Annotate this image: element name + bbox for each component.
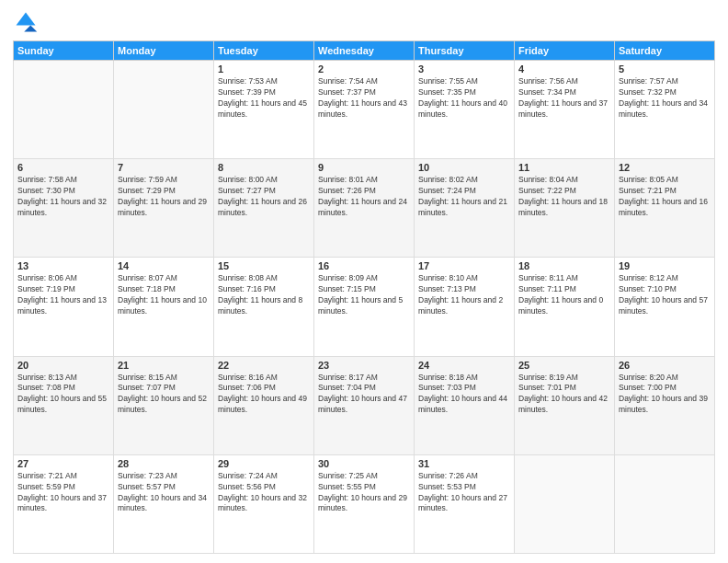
- day-number: 4: [518, 63, 610, 75]
- calendar-cell: 25Sunrise: 8:19 AM Sunset: 7:01 PM Dayli…: [515, 356, 615, 454]
- day-info: Sunrise: 8:12 AM Sunset: 7:10 PM Dayligh…: [619, 273, 711, 317]
- calendar-cell: 28Sunrise: 7:23 AM Sunset: 5:57 PM Dayli…: [114, 454, 214, 553]
- day-info: Sunrise: 8:18 AM Sunset: 7:03 PM Dayligh…: [418, 373, 510, 417]
- calendar-cell: 26Sunrise: 8:20 AM Sunset: 7:00 PM Dayli…: [615, 356, 715, 454]
- calendar-cell: 5Sunrise: 7:57 AM Sunset: 7:32 PM Daylig…: [615, 61, 715, 159]
- calendar-cell: 6Sunrise: 7:58 AM Sunset: 7:30 PM Daylig…: [14, 159, 114, 258]
- day-number: 19: [619, 260, 711, 271]
- day-number: 14: [118, 260, 210, 271]
- day-number: 18: [518, 260, 610, 271]
- day-number: 26: [619, 360, 711, 371]
- calendar-week-row: 13Sunrise: 8:06 AM Sunset: 7:19 PM Dayli…: [14, 258, 715, 356]
- day-info: Sunrise: 7:23 AM Sunset: 5:57 PM Dayligh…: [118, 471, 210, 515]
- header-wednesday: Wednesday: [314, 41, 415, 61]
- header-monday: Monday: [114, 41, 214, 61]
- day-info: Sunrise: 7:58 AM Sunset: 7:30 PM Dayligh…: [17, 175, 109, 219]
- calendar-cell: 22Sunrise: 8:16 AM Sunset: 7:06 PM Dayli…: [214, 356, 314, 454]
- calendar-cell: 11Sunrise: 8:04 AM Sunset: 7:22 PM Dayli…: [515, 159, 615, 258]
- day-info: Sunrise: 7:56 AM Sunset: 7:34 PM Dayligh…: [518, 76, 610, 121]
- calendar-cell: 17Sunrise: 8:10 AM Sunset: 7:13 PM Dayli…: [415, 258, 515, 356]
- day-number: 23: [318, 360, 410, 371]
- calendar-cell: 19Sunrise: 8:12 AM Sunset: 7:10 PM Dayli…: [615, 258, 715, 356]
- day-number: 31: [418, 458, 510, 469]
- calendar-header-row: Sunday Monday Tuesday Wednesday Thursday…: [14, 41, 715, 61]
- day-info: Sunrise: 8:11 AM Sunset: 7:11 PM Dayligh…: [518, 273, 610, 317]
- calendar-cell: 21Sunrise: 8:15 AM Sunset: 7:07 PM Dayli…: [114, 356, 214, 454]
- header-tuesday: Tuesday: [214, 41, 314, 61]
- day-number: 16: [318, 260, 410, 271]
- day-number: 25: [518, 360, 610, 371]
- calendar-cell: 8Sunrise: 8:00 AM Sunset: 7:27 PM Daylig…: [214, 159, 314, 258]
- day-number: 10: [418, 162, 510, 173]
- calendar-cell: [515, 454, 615, 553]
- header-saturday: Saturday: [615, 41, 715, 61]
- calendar-cell: [14, 61, 114, 159]
- day-number: 13: [17, 260, 109, 271]
- day-info: Sunrise: 8:02 AM Sunset: 7:24 PM Dayligh…: [418, 175, 510, 219]
- calendar-week-row: 1Sunrise: 7:53 AM Sunset: 7:39 PM Daylig…: [14, 61, 715, 159]
- day-number: 8: [218, 162, 310, 173]
- day-number: 15: [218, 260, 310, 271]
- calendar-cell: 29Sunrise: 7:24 AM Sunset: 5:56 PM Dayli…: [214, 454, 314, 553]
- calendar-cell: 15Sunrise: 8:08 AM Sunset: 7:16 PM Dayli…: [214, 258, 314, 356]
- header: [13, 9, 715, 35]
- calendar-cell: 9Sunrise: 8:01 AM Sunset: 7:26 PM Daylig…: [314, 159, 415, 258]
- day-info: Sunrise: 8:00 AM Sunset: 7:27 PM Dayligh…: [218, 175, 310, 219]
- day-number: 9: [318, 162, 410, 173]
- header-sunday: Sunday: [14, 41, 114, 61]
- day-info: Sunrise: 8:19 AM Sunset: 7:01 PM Dayligh…: [518, 373, 610, 417]
- header-thursday: Thursday: [415, 41, 515, 61]
- day-info: Sunrise: 8:08 AM Sunset: 7:16 PM Dayligh…: [218, 273, 310, 317]
- calendar-cell: [615, 454, 715, 553]
- day-number: 17: [418, 260, 510, 271]
- day-info: Sunrise: 8:05 AM Sunset: 7:21 PM Dayligh…: [619, 175, 711, 219]
- calendar-cell: 2Sunrise: 7:54 AM Sunset: 7:37 PM Daylig…: [314, 61, 415, 159]
- day-info: Sunrise: 7:26 AM Sunset: 5:53 PM Dayligh…: [418, 471, 510, 515]
- day-info: Sunrise: 8:20 AM Sunset: 7:00 PM Dayligh…: [619, 373, 711, 417]
- calendar-cell: 30Sunrise: 7:25 AM Sunset: 5:55 PM Dayli…: [314, 454, 415, 553]
- calendar-cell: 24Sunrise: 8:18 AM Sunset: 7:03 PM Dayli…: [415, 356, 515, 454]
- logo-icon: [13, 9, 39, 35]
- day-info: Sunrise: 7:54 AM Sunset: 7:37 PM Dayligh…: [318, 76, 410, 121]
- calendar-cell: [114, 61, 214, 159]
- calendar-week-row: 27Sunrise: 7:21 AM Sunset: 5:59 PM Dayli…: [14, 454, 715, 553]
- day-info: Sunrise: 8:04 AM Sunset: 7:22 PM Dayligh…: [518, 175, 610, 219]
- calendar-cell: 23Sunrise: 8:17 AM Sunset: 7:04 PM Dayli…: [314, 356, 415, 454]
- day-number: 21: [118, 360, 210, 371]
- calendar-cell: 13Sunrise: 8:06 AM Sunset: 7:19 PM Dayli…: [14, 258, 114, 356]
- day-number: 7: [118, 162, 210, 173]
- day-info: Sunrise: 8:07 AM Sunset: 7:18 PM Dayligh…: [118, 273, 210, 317]
- day-info: Sunrise: 8:01 AM Sunset: 7:26 PM Dayligh…: [318, 175, 410, 219]
- day-info: Sunrise: 7:25 AM Sunset: 5:55 PM Dayligh…: [318, 471, 410, 515]
- day-info: Sunrise: 7:59 AM Sunset: 7:29 PM Dayligh…: [118, 175, 210, 219]
- day-info: Sunrise: 7:21 AM Sunset: 5:59 PM Dayligh…: [17, 471, 109, 515]
- day-info: Sunrise: 8:10 AM Sunset: 7:13 PM Dayligh…: [418, 273, 510, 317]
- day-info: Sunrise: 8:06 AM Sunset: 7:19 PM Dayligh…: [17, 273, 109, 317]
- day-number: 28: [118, 458, 210, 469]
- calendar-cell: 10Sunrise: 8:02 AM Sunset: 7:24 PM Dayli…: [415, 159, 515, 258]
- day-info: Sunrise: 8:15 AM Sunset: 7:07 PM Dayligh…: [118, 373, 210, 417]
- calendar-cell: 3Sunrise: 7:55 AM Sunset: 7:35 PM Daylig…: [415, 61, 515, 159]
- svg-marker-1: [24, 26, 37, 32]
- calendar-cell: 16Sunrise: 8:09 AM Sunset: 7:15 PM Dayli…: [314, 258, 415, 356]
- day-info: Sunrise: 8:09 AM Sunset: 7:15 PM Dayligh…: [318, 273, 410, 317]
- calendar-week-row: 6Sunrise: 7:58 AM Sunset: 7:30 PM Daylig…: [14, 159, 715, 258]
- day-number: 27: [17, 458, 109, 469]
- day-number: 6: [17, 162, 109, 173]
- day-info: Sunrise: 7:53 AM Sunset: 7:39 PM Dayligh…: [218, 76, 310, 121]
- calendar-cell: 12Sunrise: 8:05 AM Sunset: 7:21 PM Dayli…: [615, 159, 715, 258]
- day-number: 30: [318, 458, 410, 469]
- day-number: 12: [619, 162, 711, 173]
- day-number: 2: [318, 63, 410, 75]
- svg-marker-0: [17, 13, 36, 26]
- page: Sunday Monday Tuesday Wednesday Thursday…: [0, 0, 728, 563]
- day-number: 22: [218, 360, 310, 371]
- day-info: Sunrise: 7:24 AM Sunset: 5:56 PM Dayligh…: [218, 471, 310, 515]
- calendar-cell: 7Sunrise: 7:59 AM Sunset: 7:29 PM Daylig…: [114, 159, 214, 258]
- header-friday: Friday: [515, 41, 615, 61]
- day-number: 20: [17, 360, 109, 371]
- logo: [13, 9, 42, 35]
- day-number: 3: [418, 63, 510, 75]
- day-number: 11: [518, 162, 610, 173]
- day-number: 5: [619, 63, 711, 75]
